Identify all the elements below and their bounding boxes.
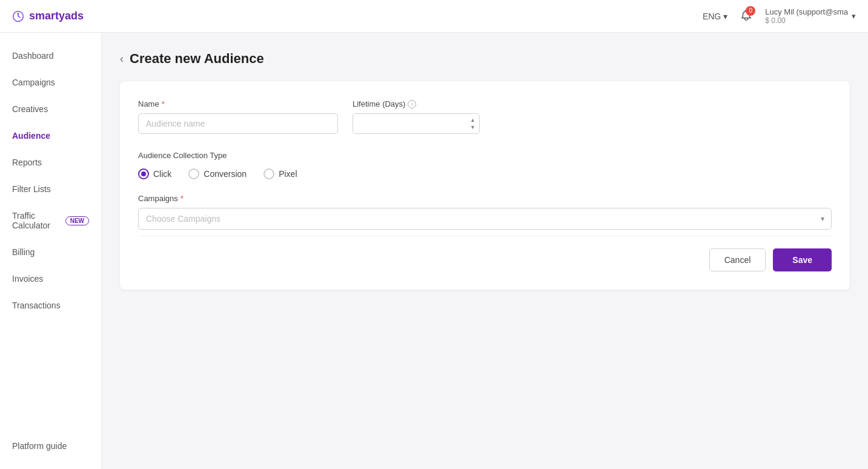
traffic-calculator-item: Traffic Calculator NEW	[12, 211, 89, 230]
user-chevron-icon: ▾	[852, 12, 856, 21]
sidebar-item-filter-lists[interactable]: Filter Lists	[0, 176, 101, 202]
user-name: Lucy Mil (support@sma	[765, 7, 848, 16]
sidebar-label-billing: Billing	[12, 247, 35, 257]
sidebar-label-dashboard: Dashboard	[12, 51, 54, 61]
radio-conversion[interactable]	[188, 168, 199, 179]
sidebar-item-creatives[interactable]: Creatives	[0, 96, 101, 122]
notification-badge: 0	[746, 6, 755, 16]
sidebar: Dashboard Campaigns Creatives Audience R…	[0, 33, 102, 469]
lifetime-group: Lifetime (Days) i 90 ▲ ▼	[353, 99, 480, 134]
audience-type-section: Audience Collection Type Click Conversio…	[138, 151, 832, 179]
radio-group: Click Conversion Pixel	[138, 168, 832, 179]
form-card: Name * Lifetime (Days) i 90 ▲ ▼	[120, 81, 850, 290]
notification-bell[interactable]: 0	[740, 8, 753, 24]
user-balance: $ 0.00	[765, 16, 848, 25]
audience-type-label: Audience Collection Type	[138, 151, 832, 160]
new-badge: NEW	[65, 216, 89, 225]
sidebar-item-traffic-calculator[interactable]: Traffic Calculator NEW	[0, 202, 101, 239]
sidebar-label-invoices: Invoices	[12, 274, 43, 284]
lang-chevron-icon: ▾	[723, 12, 727, 21]
lifetime-input-wrap: 90 ▲ ▼	[353, 113, 480, 134]
sidebar-label-audience: Audience	[12, 131, 50, 141]
radio-pixel[interactable]	[263, 168, 274, 179]
sidebar-item-transactions[interactable]: Transactions	[0, 292, 101, 319]
save-button[interactable]: Save	[773, 248, 832, 271]
campaigns-required: *	[181, 194, 184, 203]
sidebar-item-platform-guide[interactable]: Platform guide	[0, 433, 101, 459]
name-input[interactable]	[138, 113, 338, 134]
radio-option-conversion[interactable]: Conversion	[188, 168, 247, 179]
sidebar-label-creatives: Creatives	[12, 104, 48, 114]
radio-option-pixel[interactable]: Pixel	[263, 168, 297, 179]
sidebar-item-billing[interactable]: Billing	[0, 239, 101, 265]
sidebar-label-filter-lists: Filter Lists	[12, 184, 51, 194]
sidebar-item-invoices[interactable]: Invoices	[0, 265, 101, 292]
layout: Dashboard Campaigns Creatives Audience R…	[0, 33, 868, 469]
sidebar-label-reports: Reports	[12, 158, 42, 167]
radio-label-pixel: Pixel	[279, 169, 297, 179]
radio-label-conversion: Conversion	[204, 169, 247, 179]
spin-down-button[interactable]: ▼	[469, 124, 476, 131]
spin-buttons: ▲ ▼	[469, 117, 476, 131]
logo-text: smartyads	[29, 10, 84, 22]
platform-guide-label: Platform guide	[12, 441, 67, 451]
name-group: Name *	[138, 99, 338, 134]
sidebar-label-traffic-calculator: Traffic Calculator	[12, 211, 61, 230]
sidebar-item-reports[interactable]: Reports	[0, 149, 101, 176]
back-button[interactable]: ‹	[120, 53, 124, 64]
name-label: Name *	[138, 99, 338, 108]
campaigns-label: Campaigns *	[138, 194, 832, 203]
header: smartyads ENG ▾ 0 Lucy Mil (support@sma …	[0, 0, 868, 33]
logo-icon	[12, 10, 24, 22]
radio-option-click[interactable]: Click	[138, 168, 171, 179]
page-title: Create new Audience	[130, 51, 264, 67]
sidebar-label-campaigns: Campaigns	[12, 78, 55, 87]
page-header: ‹ Create new Audience	[120, 51, 850, 67]
campaigns-select[interactable]: Choose Campaigns	[138, 208, 832, 230]
lang-text: ENG	[703, 12, 721, 21]
name-required: *	[162, 99, 165, 108]
lifetime-info-icon[interactable]: i	[408, 100, 416, 108]
radio-label-click: Click	[153, 169, 171, 179]
campaigns-select-wrapper: Choose Campaigns ▾	[138, 208, 832, 230]
logo[interactable]: smartyads	[12, 10, 84, 22]
sidebar-item-dashboard[interactable]: Dashboard	[0, 42, 101, 69]
sidebar-item-campaigns[interactable]: Campaigns	[0, 69, 101, 96]
cancel-button[interactable]: Cancel	[709, 248, 766, 271]
sidebar-nav: Dashboard Campaigns Creatives Audience R…	[0, 42, 101, 319]
campaigns-group: Campaigns * Choose Campaigns ▾	[138, 194, 832, 230]
lifetime-label: Lifetime (Days) i	[353, 99, 480, 108]
lifetime-input[interactable]: 90	[353, 113, 480, 134]
form-actions: Cancel Save	[138, 236, 832, 271]
radio-click[interactable]	[138, 168, 149, 179]
sidebar-item-audience[interactable]: Audience	[0, 122, 101, 149]
lang-selector[interactable]: ENG ▾	[703, 12, 727, 21]
user-info[interactable]: Lucy Mil (support@sma $ 0.00 ▾	[765, 7, 856, 25]
svg-point-1	[17, 13, 19, 15]
main-content: ‹ Create new Audience Name * Lifetime (D…	[102, 33, 868, 469]
sidebar-label-transactions: Transactions	[12, 301, 61, 310]
spin-up-button[interactable]: ▲	[469, 117, 476, 124]
header-right: ENG ▾ 0 Lucy Mil (support@sma $ 0.00 ▾	[703, 7, 856, 25]
name-lifetime-row: Name * Lifetime (Days) i 90 ▲ ▼	[138, 99, 832, 134]
